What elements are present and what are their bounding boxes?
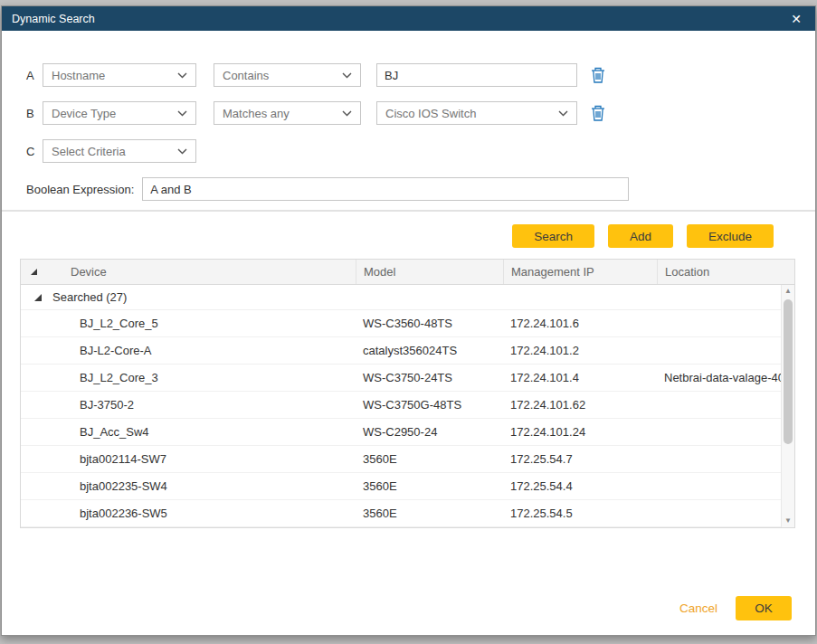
boolean-expression-input[interactable] bbox=[142, 177, 629, 201]
criteria-b-field-value: Device Type bbox=[52, 107, 172, 120]
cell-device: BJ_L2_Core_5 bbox=[46, 317, 356, 330]
dialog-footer: Cancel OK bbox=[679, 596, 792, 620]
delete-criteria-b-icon[interactable] bbox=[591, 105, 605, 121]
vertical-scrollbar[interactable]: ▲ ▼ bbox=[781, 285, 794, 527]
criteria-b-operator-value: Matches any bbox=[223, 107, 337, 120]
cell-model: catalyst356024TS bbox=[356, 344, 503, 357]
criteria-a-label: A bbox=[26, 69, 43, 82]
cell-model: WS-C3750-24TS bbox=[356, 371, 503, 384]
ok-button[interactable]: OK bbox=[736, 596, 792, 620]
criteria-c-label: C bbox=[26, 145, 43, 158]
cell-device: bjta002236-SW5 bbox=[46, 507, 356, 520]
chevron-down-icon bbox=[177, 110, 187, 117]
column-header-model[interactable]: Model bbox=[356, 260, 503, 284]
action-buttons: Search Add Exclude bbox=[2, 212, 815, 248]
table-header: Device Model Management IP Location bbox=[21, 260, 794, 285]
add-button[interactable]: Add bbox=[608, 224, 673, 248]
chevron-down-icon bbox=[558, 110, 568, 117]
table-row[interactable]: BJ-3750-2 WS-C3750G-48TS 172.24.101.62 bbox=[21, 392, 794, 419]
cell-management-ip: 172.25.54.7 bbox=[503, 452, 657, 466]
cell-model: 3560E bbox=[356, 452, 503, 466]
criteria-a-operator-select[interactable]: Contains bbox=[214, 63, 361, 87]
dialog-title: Dynamic Search bbox=[12, 13, 787, 25]
cell-device: bjta002235-SW4 bbox=[46, 479, 356, 493]
scroll-down-icon[interactable]: ▼ bbox=[782, 515, 794, 527]
cell-management-ip: 172.24.101.2 bbox=[503, 344, 657, 357]
cancel-button[interactable]: Cancel bbox=[679, 601, 717, 615]
criteria-b-value-select[interactable]: Cisco IOS Switch bbox=[376, 101, 577, 125]
cell-model: WS-C3750G-48TS bbox=[356, 398, 503, 412]
boolean-expression-label: Boolean Expression: bbox=[26, 183, 134, 196]
criteria-section: A Hostname Contains B Device Type bbox=[2, 31, 815, 177]
table-row[interactable]: bjta002235-SW4 3560E 172.25.54.4 bbox=[21, 473, 794, 500]
chevron-down-icon bbox=[342, 72, 352, 79]
column-header-management-ip[interactable]: Management IP bbox=[503, 260, 657, 284]
criteria-a-field-value: Hostname bbox=[52, 69, 172, 82]
criteria-b-value: Cisco IOS Switch bbox=[385, 107, 553, 120]
cell-device: BJ_L2_Core_3 bbox=[46, 371, 356, 384]
chevron-down-icon bbox=[177, 148, 187, 155]
scrollbar-thumb[interactable] bbox=[784, 299, 793, 444]
delete-criteria-a-icon[interactable] bbox=[591, 67, 605, 83]
chevron-down-icon bbox=[342, 110, 352, 117]
table-row[interactable]: BJ_Acc_Sw4 WS-C2950-24 172.24.101.24 bbox=[21, 419, 794, 446]
criteria-a-field-select[interactable]: Hostname bbox=[43, 63, 196, 87]
criteria-b-field-select[interactable]: Device Type bbox=[43, 101, 196, 125]
group-expand-icon[interactable] bbox=[34, 294, 42, 301]
cell-device: BJ-3750-2 bbox=[46, 398, 356, 412]
column-header-location[interactable]: Location bbox=[657, 260, 794, 284]
cell-management-ip: 172.25.54.5 bbox=[503, 507, 657, 520]
cell-management-ip: 172.24.101.4 bbox=[503, 371, 657, 384]
criteria-row-b: B Device Type Matches any Cisco IOS Swit… bbox=[26, 101, 815, 125]
column-header-device[interactable]: Device bbox=[46, 260, 356, 284]
scroll-up-icon[interactable]: ▲ bbox=[782, 285, 794, 298]
criteria-b-operator-select[interactable]: Matches any bbox=[214, 101, 361, 125]
criteria-a-operator-value: Contains bbox=[223, 69, 337, 82]
cell-management-ip: 172.24.101.62 bbox=[503, 398, 657, 412]
cell-device: BJ_Acc_Sw4 bbox=[46, 425, 356, 439]
cell-device: bjta002114-SW7 bbox=[46, 452, 356, 466]
criteria-a-value-input[interactable] bbox=[376, 63, 577, 87]
cell-location: Netbrai-data-valage-40 bbox=[657, 371, 794, 384]
cell-model: 3560E bbox=[356, 507, 503, 520]
criteria-c-field-select[interactable]: Select Criteria bbox=[43, 139, 196, 163]
criteria-c-field-value: Select Criteria bbox=[52, 145, 172, 158]
cell-model: WS-C3560-48TS bbox=[356, 317, 503, 330]
criteria-row-c: C Select Criteria bbox=[26, 139, 815, 163]
close-icon[interactable]: ✕ bbox=[787, 11, 805, 27]
group-row-searched[interactable]: Searched (27) bbox=[21, 285, 794, 310]
cell-model: 3560E bbox=[356, 479, 503, 493]
criteria-b-label: B bbox=[26, 107, 43, 120]
dynamic-search-dialog: Dynamic Search ✕ A Hostname Contains bbox=[1, 5, 816, 636]
table-row[interactable]: BJ_L2_Core_3 WS-C3750-24TS 172.24.101.4 … bbox=[21, 365, 794, 392]
table-row[interactable]: BJ_L2_Core_5 WS-C3560-48TS 172.24.101.6 bbox=[21, 310, 794, 337]
table-row[interactable]: bjta002114-SW7 3560E 172.25.54.7 bbox=[21, 446, 794, 473]
table-row[interactable]: bjta002236-SW5 3560E 172.25.54.5 bbox=[21, 500, 794, 527]
search-button[interactable]: Search bbox=[512, 224, 594, 248]
cell-management-ip: 172.25.54.4 bbox=[503, 479, 657, 493]
cell-device: BJ-L2-Core-A bbox=[46, 344, 356, 357]
results-table: Device Model Management IP Location Sear… bbox=[20, 259, 795, 528]
table-row[interactable]: BJ-L2-Core-A catalyst356024TS 172.24.101… bbox=[21, 337, 794, 365]
boolean-expression-row: Boolean Expression: bbox=[2, 177, 815, 201]
cell-management-ip: 172.24.101.24 bbox=[503, 425, 657, 439]
exclude-button[interactable]: Exclude bbox=[687, 224, 774, 248]
criteria-row-a: A Hostname Contains bbox=[26, 63, 815, 87]
dialog-titlebar: Dynamic Search ✕ bbox=[2, 6, 815, 31]
collapse-all-icon[interactable] bbox=[21, 260, 46, 284]
chevron-down-icon bbox=[177, 72, 187, 79]
group-label: Searched (27) bbox=[52, 290, 127, 304]
cell-model: WS-C2950-24 bbox=[356, 425, 503, 439]
table-body: Searched (27) BJ_L2_Core_5 WS-C3560-48TS… bbox=[21, 285, 794, 527]
cell-management-ip: 172.24.101.6 bbox=[503, 317, 657, 330]
